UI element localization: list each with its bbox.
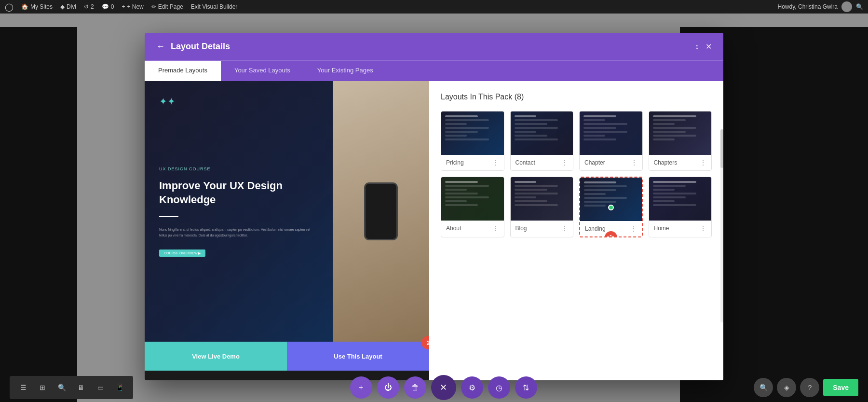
- layout-thumb-home: [649, 177, 712, 221]
- wp-logo-item[interactable]: ◯: [5, 2, 14, 12]
- layout-menu-chapter[interactable]: ⋮: [631, 159, 637, 166]
- modal-tabs: Premade Layouts Your Saved Layouts Your …: [145, 60, 723, 81]
- layout-name-blog: Blog: [515, 225, 527, 232]
- layout-card-pricing[interactable]: Pricing ⋮: [441, 111, 504, 171]
- toolbar-history-button[interactable]: ◷: [488, 376, 510, 399]
- back-arrow-icon[interactable]: ←: [156, 42, 165, 52]
- toolbar-grid-button[interactable]: ⊞: [35, 380, 50, 395]
- layout-footer-home: Home ⋮: [649, 221, 712, 236]
- view-live-demo-button[interactable]: View Live Demo: [145, 342, 287, 371]
- comments-icon: 💬: [102, 3, 109, 10]
- tab-existing-pages[interactable]: Your Existing Pages: [304, 61, 387, 81]
- layouts-panel: Layouts In This Pack (8): [429, 81, 723, 380]
- divi-item[interactable]: ◆ Divi: [60, 3, 76, 10]
- course-overview-btn[interactable]: COURSE OVERVIEW ▶: [159, 250, 205, 257]
- revisions-count: 2: [91, 3, 94, 10]
- exit-builder-item[interactable]: Exit Visual Builder: [191, 3, 238, 10]
- layout-thumb-contact: [511, 111, 573, 155]
- search-icon[interactable]: 🔍: [856, 3, 863, 10]
- layout-menu-landing[interactable]: ⋮: [630, 225, 637, 233]
- layout-card-chapter[interactable]: Chapter ⋮: [579, 111, 643, 171]
- toolbar-search-right-button[interactable]: 🔍: [754, 378, 773, 397]
- toolbar-search-button[interactable]: 🔍: [54, 380, 69, 395]
- layout-footer-chapters: Chapters ⋮: [649, 155, 712, 170]
- scrollbar-thumb[interactable]: [720, 129, 723, 168]
- revisions-item[interactable]: ↺ 2: [84, 3, 94, 10]
- layout-card-about[interactable]: About ⋮: [441, 177, 504, 237]
- layout-footer-chapter: Chapter ⋮: [580, 155, 642, 170]
- layout-name-contact: Contact: [515, 159, 535, 166]
- comments-item[interactable]: 💬 0: [102, 3, 114, 10]
- modal-header-left: ← Layout Details: [156, 42, 230, 52]
- toolbar-menu-button[interactable]: ☰: [15, 380, 31, 395]
- toolbar-left: ☰ ⊞ 🔍 🖥 ▭ 📱: [10, 376, 133, 399]
- new-label: + New: [127, 3, 143, 10]
- scrollbar-track: [720, 129, 723, 322]
- toolbar-power-button[interactable]: ⏻: [377, 376, 399, 399]
- layout-thumb-pricing: [441, 111, 504, 155]
- layout-card-contact[interactable]: Contact ⋮: [510, 111, 574, 171]
- divi-icon: ◆: [60, 3, 65, 10]
- toolbar-desktop-button[interactable]: 🖥: [73, 380, 89, 395]
- phone-shape: [364, 182, 398, 240]
- admin-bar-right: Howdy, Christina Gwira 🔍: [778, 1, 863, 12]
- new-item[interactable]: + + New: [122, 3, 143, 10]
- my-sites-item[interactable]: 🏠 My Sites: [21, 3, 53, 10]
- toolbar-help-button[interactable]: ?: [800, 378, 819, 397]
- avatar: [841, 1, 852, 12]
- layout-thumb-chapter: [580, 111, 642, 155]
- layout-card-chapters[interactable]: Chapters ⋮: [649, 111, 712, 171]
- layout-card-home[interactable]: Home ⋮: [649, 177, 712, 237]
- layout-menu-blog[interactable]: ⋮: [561, 224, 568, 232]
- layout-details-modal: ← Layout Details ↕ ✕ Premade Layouts You…: [145, 33, 723, 380]
- close-icon[interactable]: ✕: [705, 42, 712, 51]
- modal-body: ✦✦ UX DESIGN COURSE Improve Your UX Desi…: [145, 81, 723, 380]
- layout-footer-contact: Contact ⋮: [511, 155, 573, 170]
- layout-thumb-about: [441, 177, 504, 221]
- sort-icon[interactable]: ↕: [695, 42, 699, 51]
- layout-thumb-landing: [580, 178, 642, 221]
- sparkles-icon: ✦✦: [159, 96, 176, 107]
- preview-title: Improve Your UX Design Knowledge: [159, 179, 318, 207]
- preview-actions: View Live Demo Use This Layout 2: [145, 342, 429, 371]
- tab-premade-layouts[interactable]: Premade Layouts: [145, 61, 221, 81]
- toolbar-layers-button[interactable]: ◈: [777, 378, 796, 397]
- toolbar-right: 🔍 ◈ ? Save: [754, 378, 858, 397]
- green-dot: [608, 205, 614, 210]
- divi-label: Divi: [67, 3, 76, 10]
- toolbar-tablet-button[interactable]: ▭: [93, 380, 108, 395]
- toolbar-settings-button[interactable]: ⚙: [461, 376, 483, 399]
- modal-header-icons: ↕ ✕: [695, 42, 712, 51]
- save-button[interactable]: Save: [823, 379, 858, 396]
- layout-menu-about[interactable]: ⋮: [492, 224, 499, 232]
- layout-name-chapter: Chapter: [584, 159, 605, 166]
- layout-name-home: Home: [654, 225, 669, 232]
- layout-name-pricing: Pricing: [446, 159, 464, 166]
- toolbar-close-button[interactable]: ✕: [431, 375, 456, 400]
- course-label: UX DESIGN COURSE: [159, 166, 318, 171]
- use-this-layout-button[interactable]: Use This Layout 2: [287, 342, 429, 371]
- toolbar-add-button[interactable]: +: [350, 376, 372, 399]
- edit-page-item[interactable]: ✏ Edit Page: [151, 3, 183, 10]
- modal-header: ← Layout Details ↕ ✕: [145, 33, 723, 60]
- layout-name-landing: Landing: [585, 225, 606, 232]
- layout-menu-pricing[interactable]: ⋮: [492, 159, 499, 166]
- toolbar-mobile-button[interactable]: 📱: [112, 380, 127, 395]
- layout-card-landing[interactable]: Landing ⋮ 1: [579, 177, 643, 237]
- revisions-icon: ↺: [84, 3, 89, 10]
- preview-panel: ✦✦ UX DESIGN COURSE Improve Your UX Desi…: [145, 81, 429, 380]
- toolbar-sort-button[interactable]: ⇅: [515, 376, 537, 399]
- tab-saved-layouts[interactable]: Your Saved Layouts: [221, 61, 304, 81]
- preview-image: ✦✦ UX DESIGN COURSE Improve Your UX Desi…: [145, 81, 429, 342]
- preview-divider: [159, 216, 178, 217]
- layout-menu-chapters[interactable]: ⋮: [700, 159, 706, 166]
- layout-menu-home[interactable]: ⋮: [700, 224, 706, 232]
- preview-content: ✦✦ UX DESIGN COURSE Improve Your UX Desi…: [145, 81, 429, 342]
- toolbar-delete-button[interactable]: 🗑: [404, 376, 426, 399]
- layout-card-blog[interactable]: Blog ⋮: [510, 177, 574, 237]
- layouts-grid: Pricing ⋮: [441, 111, 712, 237]
- layout-name-about: About: [446, 225, 461, 232]
- phone-image: [333, 81, 429, 342]
- layout-thumb-blog: [511, 177, 573, 221]
- layout-menu-contact[interactable]: ⋮: [561, 159, 568, 166]
